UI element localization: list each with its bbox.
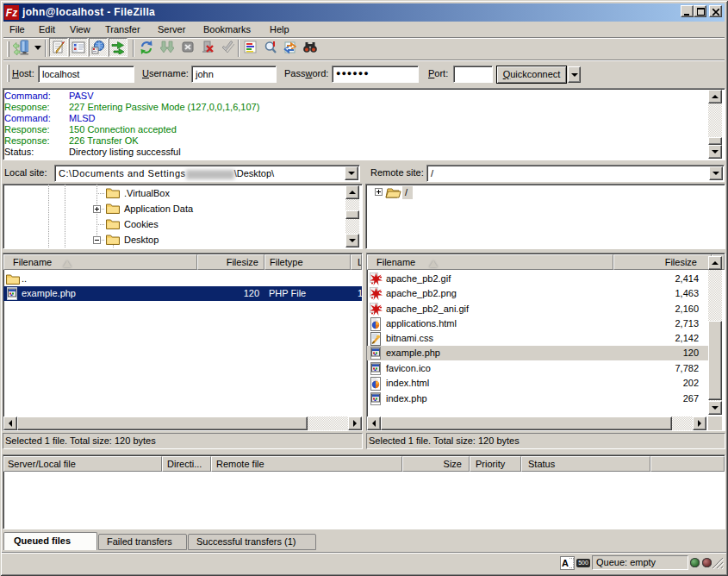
- svg-text:Fz: Fz: [6, 7, 17, 19]
